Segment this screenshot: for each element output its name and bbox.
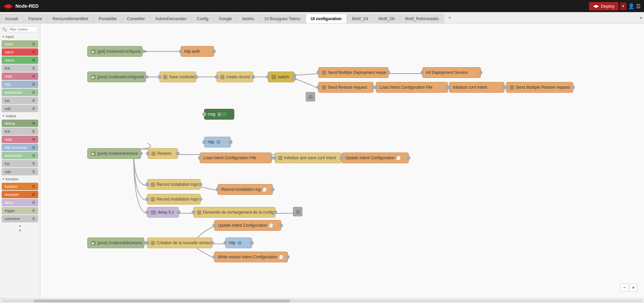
sidebar-scroll-up[interactable]: ▲ bbox=[0, 223, 40, 228]
scrollbar-track[interactable] bbox=[1, 300, 643, 302]
sidebar-node-link[interactable]: link bbox=[2, 64, 38, 72]
tab-portabilite[interactable]: Portabilite bbox=[94, 14, 121, 23]
sidebar-node-websocket[interactable]: websocket bbox=[2, 152, 38, 159]
node-init-conf[interactable]: Initialize conf Intent bbox=[449, 82, 504, 93]
tab-ui-bouygues-teleco[interactable]: UI Bouygues Teleco bbox=[259, 14, 305, 23]
tab-renouvellementmot[interactable]: RenouvellementMot bbox=[47, 14, 93, 23]
node-post-deploy[interactable]: ▶ [post] /nodered/deployment bbox=[87, 237, 144, 248]
node-write-restore[interactable]: Write restore Intent Configuration 📄 bbox=[214, 252, 288, 262]
node-rec-log-single[interactable]: Record installation log 📄 bbox=[217, 184, 273, 195]
create-version-icon: {} bbox=[151, 241, 155, 245]
sidebar-node-debug[interactable]: debug bbox=[2, 120, 38, 127]
tabs-bar: AccueilFactureRenouvellementMotPortabili… bbox=[0, 12, 644, 24]
sidebar-node-comment[interactable]: comment bbox=[2, 215, 38, 222]
node-save-ctx[interactable]: {} Save contexte bbox=[159, 72, 196, 82]
node-merge1[interactable]: ⊞ bbox=[306, 92, 315, 101]
filter-input[interactable] bbox=[8, 26, 38, 32]
sidebar-node-link[interactable]: link bbox=[2, 128, 38, 135]
node-load-intent[interactable]: Load Intent Configuration File bbox=[376, 82, 448, 93]
sidebar-node-udp[interactable]: udp bbox=[2, 168, 38, 175]
node-get-config[interactable]: ▶ [get] /nodered/configuration bbox=[87, 46, 143, 57]
sidebar-node-template[interactable]: template bbox=[2, 191, 38, 198]
canvas-inner: ▶ [get] /nodered/configuration http auth… bbox=[40, 24, 644, 298]
send-restore-icon: {} bbox=[322, 85, 326, 90]
node-post-config[interactable]: ▶ [post] /nodered/configuration bbox=[87, 72, 146, 82]
node-create-rec[interactable]: {} create record bbox=[216, 72, 253, 82]
tab-accueil[interactable]: Accueil bbox=[0, 14, 23, 23]
node-update-intent[interactable]: Update Intent Configuration 📄 bbox=[342, 153, 409, 163]
deploy-button[interactable]: ◀▶ Deploy bbox=[589, 2, 618, 10]
deploy-dropdown-button[interactable]: ▾ bbox=[620, 2, 627, 10]
sidebar-node-mqtt[interactable]: mqtt bbox=[2, 136, 38, 143]
horizontal-scrollbar[interactable] bbox=[0, 298, 644, 303]
sidebar-scroll-down[interactable]: ▼ bbox=[0, 228, 40, 233]
tab-motif_reformulatio[interactable]: Motif_Reformulatio bbox=[400, 14, 444, 23]
tab-facture[interactable]: Facture bbox=[23, 14, 47, 23]
sidebar-node-function[interactable]: function bbox=[2, 183, 38, 190]
sidebar-node-trigger[interactable]: trigger bbox=[2, 207, 38, 214]
sidebar-node-http-response[interactable]: http response bbox=[2, 144, 38, 151]
node-restore[interactable]: {} Restore bbox=[148, 148, 178, 159]
node-msg[interactable]: msg ≡ bbox=[204, 109, 234, 120]
node-merge2[interactable]: ⊞ bbox=[293, 207, 302, 216]
sidebar-section-function[interactable]: ▾ function bbox=[0, 176, 40, 182]
update-intent2-icon: 📄 bbox=[268, 223, 273, 228]
node-update-intent2[interactable]: Update Intent Configuration 📄 bbox=[214, 220, 281, 231]
tab-config[interactable]: Config bbox=[192, 14, 214, 23]
delay-icon: ⏱ bbox=[151, 210, 156, 215]
sidebar-node-mqtt[interactable]: mqtt bbox=[2, 73, 38, 80]
node-init-save[interactable]: {} Initialize and save conf Intent bbox=[275, 153, 342, 163]
node-send-multi-deploy[interactable]: {} Send Multiple Deployment request bbox=[318, 67, 389, 78]
node-hit-deploy[interactable]: Hit Deployment Service bbox=[422, 67, 481, 78]
node-create-version[interactable]: {} Création de la nouvelle version bbox=[147, 237, 212, 248]
sidebar-node-tcp[interactable]: tcp bbox=[2, 160, 38, 167]
node-http6[interactable]: http bbox=[225, 237, 252, 248]
tab-motif_1n[interactable]: Motif_1N bbox=[347, 14, 373, 23]
zoom-in-button[interactable]: + bbox=[629, 284, 637, 292]
node-init-conf-label: Initialize conf Intent bbox=[453, 85, 487, 90]
node-delay[interactable]: ⏱ delay 5 s bbox=[147, 207, 179, 218]
tab-testnlu[interactable]: testnlu bbox=[237, 14, 259, 23]
node-load-intent-label: Load Intent Configuration File bbox=[380, 85, 432, 90]
node-send-multi-rest[interactable]: {} Send Multiple Restore request bbox=[506, 82, 573, 93]
sidebar-node-inject[interactable]: inject bbox=[2, 40, 38, 48]
sidebar-section-input[interactable]: ▾ input bbox=[0, 34, 40, 40]
node-switch[interactable]: ⇄ switch bbox=[268, 72, 295, 82]
node-demande[interactable]: {} Demande de rechargement de la config bbox=[193, 207, 276, 218]
sidebar-node-delay[interactable]: delay bbox=[2, 199, 38, 206]
node-http3[interactable]: http bbox=[204, 137, 231, 147]
tab-google[interactable]: Google bbox=[214, 14, 237, 23]
sidebar-node-status[interactable]: status bbox=[2, 56, 38, 64]
user-button[interactable]: 👤 bbox=[628, 3, 635, 9]
tab-motif_2n[interactable]: Motif_2N bbox=[374, 14, 400, 23]
tab-autresdemandes[interactable]: AutresDemandes bbox=[150, 14, 192, 23]
node-http-auth[interactable]: http auth bbox=[181, 46, 214, 57]
zoom-out-button[interactable]: − bbox=[621, 284, 629, 292]
merge2-icon: ⊞ bbox=[296, 209, 300, 215]
tab-ui-configuration[interactable]: UI configuration bbox=[306, 14, 347, 23]
sidebar-node-tcp[interactable]: tcp bbox=[2, 97, 38, 104]
tab-conseiller[interactable]: Conseiller bbox=[122, 14, 150, 23]
sidebar-section-output[interactable]: ▾ output bbox=[0, 113, 40, 119]
sidebar-node-websocket[interactable]: websocket bbox=[2, 89, 38, 96]
scrollbar-thumb[interactable] bbox=[34, 300, 290, 302]
node-rec-logs1[interactable]: {} Record installation logs bbox=[147, 179, 201, 190]
node-post-restore[interactable]: ▶ [post] /nodered/restore bbox=[87, 148, 141, 159]
search-icon: 🔍 bbox=[2, 27, 7, 32]
menu-button[interactable]: ☰ bbox=[636, 3, 641, 9]
node-rec-logs2[interactable]: {} Record installation logs bbox=[147, 194, 201, 205]
node-rec-logs2-label: Record installation logs bbox=[157, 197, 198, 202]
add-tab-button[interactable]: + bbox=[446, 13, 454, 22]
expand-tabs-button[interactable]: ▸ bbox=[640, 15, 643, 20]
msg-close-icon bbox=[222, 112, 226, 116]
node-http3-label: http bbox=[208, 140, 214, 144]
sidebar-node-udp[interactable]: udp bbox=[2, 105, 38, 112]
save-ctx-icon: {} bbox=[163, 75, 167, 79]
node-load-intent2[interactable]: Load Intent Configuration File bbox=[200, 153, 272, 163]
sidebar-node-http[interactable]: http bbox=[2, 81, 38, 88]
create-rec-icon: {} bbox=[220, 75, 225, 79]
node-send-restore[interactable]: {} Send Restore request bbox=[318, 82, 374, 93]
sidebar-node-catch[interactable]: catch bbox=[2, 48, 38, 56]
send-multi-deploy-icon: {} bbox=[322, 71, 326, 75]
app-title: Node-RED bbox=[15, 3, 39, 9]
